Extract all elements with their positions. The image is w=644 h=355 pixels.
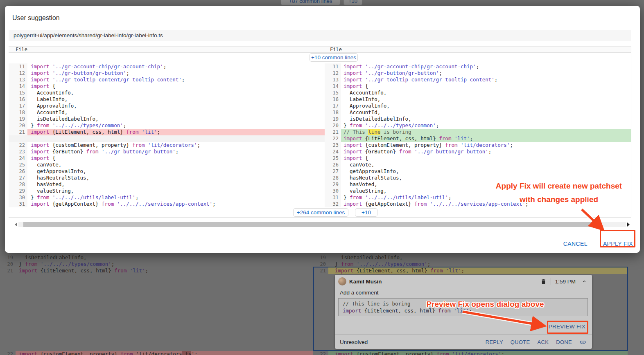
apply-fix-highlight-rect: [600, 230, 635, 247]
code-line: 11import '../gr-account-chip/gr-account-…: [9, 63, 325, 70]
code-line: 19 isDetailedLabelInfo,: [4, 254, 313, 261]
code-line: 27 getApprovalInfo,: [325, 168, 631, 175]
code-line: 22import {customElement, property} from …: [9, 142, 325, 148]
comment-action-ack[interactable]: ACK: [538, 339, 549, 345]
code-text: isDetailedLabelInfo,: [341, 116, 631, 122]
code-text: LabelInfo,: [27, 96, 325, 103]
line-number: 14: [9, 83, 27, 90]
scrollbar-track[interactable]: [18, 222, 626, 227]
code-text: import {: [341, 83, 631, 90]
code-line: 23import {customElement, property} from …: [325, 142, 631, 148]
line-number: 22: [313, 351, 328, 355]
code-text: import {GrButton} from '../gr-button/gr-…: [341, 148, 631, 155]
diff-hscrollbar[interactable]: [14, 222, 631, 227]
code-text: hasNeutralStatus,: [27, 175, 325, 181]
cancel-button[interactable]: CANCEL: [563, 240, 588, 247]
expand-bottom-plus10-button[interactable]: +10: [355, 208, 377, 217]
line-number: 28: [9, 181, 27, 188]
file-header-right: File: [330, 47, 342, 52]
collapse-chevron-icon[interactable]: [581, 279, 587, 284]
expand-bottom-button[interactable]: +264 common lines: [293, 208, 348, 217]
code-line: 13import '../gr-tooltip-content/gr-toolt…: [325, 76, 631, 83]
line-number: 21: [4, 267, 16, 274]
bg-expand-common-lines-button[interactable]: +87 common lines: [281, 0, 340, 5]
code-text: } from '../../../types/common';: [341, 122, 631, 129]
file-path: polygerrit-ui/app/elements/shared/gr-lab…: [9, 30, 631, 41]
line-number: 20: [325, 122, 341, 129]
annotation-apply-note: Apply Fix will create new patchset with …: [487, 179, 630, 206]
avatar: [338, 277, 346, 285]
line-number: 13: [325, 76, 341, 83]
line-number: 28: [325, 175, 341, 181]
code-text: import {LitElement, css, html} from 'lit…: [341, 135, 631, 142]
line-number: 15: [9, 90, 27, 96]
line-number: 11: [9, 63, 27, 70]
line-number: 27: [9, 175, 27, 181]
code-line: 14import {: [9, 83, 325, 90]
copy-link-icon[interactable]: [579, 339, 586, 346]
comment-card: Kamil Musin 1:59 PM Add a comment // Thi…: [335, 275, 592, 349]
code-text: isDetailedLabelInfo,: [328, 254, 628, 261]
line-number: 24: [325, 148, 341, 155]
code-text: LabelInfo,: [341, 96, 631, 103]
comment-prompt: Add a comment: [340, 290, 379, 296]
line-number: 19: [4, 254, 16, 261]
line-number: 25: [325, 155, 341, 162]
comment-time: 1:59 PM: [555, 279, 576, 285]
line-number: 22: [4, 351, 16, 355]
line-number: 23: [9, 148, 27, 155]
expand-top-button[interactable]: +10 common lines: [310, 53, 358, 62]
line-number: 31: [9, 201, 27, 207]
code-line: 20} from '../../../types/common';: [4, 261, 313, 267]
scrollbar-thumb[interactable]: [23, 222, 601, 227]
line-number: 20: [9, 122, 27, 129]
bg-expand-plus10-button[interactable]: +10: [343, 0, 362, 5]
scrollbar-left-arrow-icon[interactable]: [14, 222, 18, 227]
code-text: import {LitElement, css, html} from 'lit…: [16, 267, 313, 274]
scrollbar-right-arrow-icon[interactable]: [626, 222, 631, 227]
line-number: 21: [9, 129, 27, 135]
line-number: 15: [325, 90, 341, 96]
line-number: 12: [9, 70, 27, 76]
code-text: canVote,: [341, 162, 631, 168]
comment-action-quote[interactable]: QUOTE: [511, 339, 530, 345]
code-line: 22import {LitElement, css, html} from 'l…: [325, 135, 631, 142]
comment-author: Kamil Musin: [349, 279, 382, 285]
code-text: import {: [27, 155, 325, 162]
code-line: 24import {: [9, 155, 325, 162]
code-text: import '../gr-account-chip/gr-account-ch…: [341, 63, 631, 70]
bg-bottom-right-line: 22import {customElement, property} from …: [313, 351, 628, 355]
suggestion-dialog: User suggestion polygerrit-ui/app/elemen…: [5, 6, 640, 253]
code-line: 29 valueString,: [9, 188, 325, 194]
line-number: 16: [325, 96, 341, 103]
comment-footer: Unresolved REPLY QUOTE ACK DONE: [335, 335, 592, 349]
line-number: 27: [325, 168, 341, 175]
code-line: 19 isDetailedLabelInfo,: [313, 254, 628, 261]
line-number: 29: [325, 181, 341, 188]
line-number: 21: [325, 129, 341, 135]
code-text: ApprovalInfo,: [27, 103, 325, 109]
line-number: 30: [325, 188, 341, 194]
code-text: AccountId,: [27, 109, 325, 116]
code-line: 18 AccountId,: [9, 109, 325, 116]
code-text: } from '../../../utils/label-util';: [27, 194, 325, 201]
code-line: 16 LabelInfo,: [325, 96, 631, 103]
filler-row: [9, 135, 325, 142]
code-text: import {customElement, property} from 'l…: [328, 351, 628, 355]
line-number: 11: [325, 63, 341, 70]
code-line: 20} from '../../../types/common';: [325, 122, 631, 129]
code-line: 25import {: [325, 155, 631, 162]
diff-right-edge: [631, 46, 631, 217]
code-line: 19 isDetailedLabelInfo,: [325, 116, 631, 122]
code-line: 27 hasNeutralStatus,: [9, 175, 325, 181]
comment-action-done[interactable]: DONE: [556, 339, 572, 345]
code-text: import '../gr-tooltip-content/gr-tooltip…: [341, 76, 631, 83]
line-number: 22: [325, 135, 341, 142]
trash-icon[interactable]: [540, 279, 547, 285]
header-divider: [551, 278, 551, 285]
code-line: 25 canVote,: [9, 162, 325, 168]
comment-action-reply[interactable]: REPLY: [486, 339, 503, 345]
line-number: 25: [9, 162, 27, 168]
comment-status: Unresolved: [340, 339, 368, 345]
line-number: 26: [325, 162, 341, 168]
